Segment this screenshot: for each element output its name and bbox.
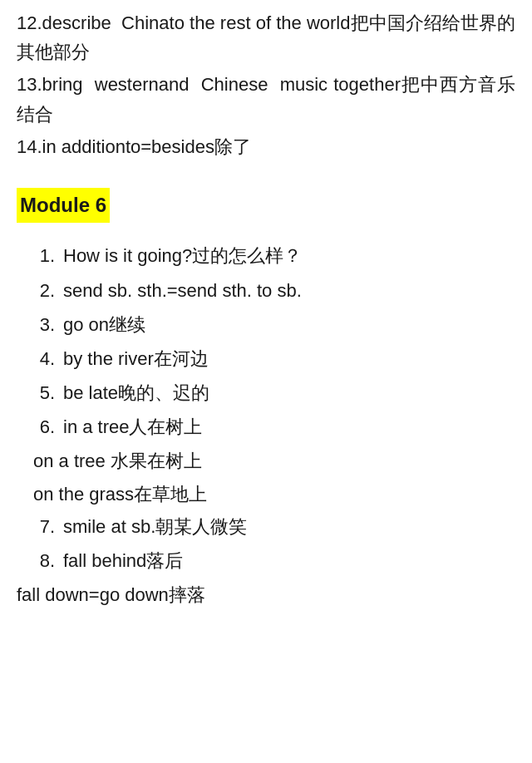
module-heading: Module 6 (17, 188, 110, 223)
item-13: 13.bring westernand Chinese music togeth… (17, 70, 515, 128)
list-number: 4. (33, 344, 63, 373)
module-list-2: 7. smile at sb.朝某人微笑 8. fall behind落后 (17, 512, 515, 575)
list-item: 8. fall behind落后 (17, 546, 515, 575)
list-number: 6. (33, 412, 63, 441)
list-item: 7. smile at sb.朝某人微笑 (17, 512, 515, 541)
list-content: in a tree人在树上 (63, 412, 515, 441)
list-content: be late晚的、迟的 (63, 378, 515, 407)
list-content: by the river在河边 (63, 344, 515, 373)
extra-text-1: on a tree 水果在树上 (33, 450, 202, 471)
list-number: 7. (33, 512, 63, 541)
list-number: 1. (33, 241, 63, 270)
final-line: fall down=go down摔落 (17, 580, 515, 609)
final-line-text: fall down=go down摔落 (17, 584, 205, 605)
extra-line-1: on a tree 水果在树上 (17, 446, 515, 475)
list-item: 4. by the river在河边 (17, 344, 515, 373)
item-14: 14.in additionto=besides除了 (17, 132, 515, 161)
item-14-text: 14.in additionto=besides除了 (17, 136, 251, 157)
module-heading-wrapper: Module 6 (17, 173, 515, 233)
list-content: smile at sb.朝某人微笑 (63, 512, 515, 541)
item-13-text: 13.bring westernand Chinese music togeth… (17, 74, 515, 124)
list-content: go on继续 (63, 310, 515, 339)
module-list-1: 1. How is it going?过的怎么样？ 2. send sb. st… (17, 241, 515, 441)
spacer-2 (17, 233, 515, 241)
item-12: 12.describe Chinato the rest of the worl… (17, 8, 515, 66)
spacer-1 (17, 165, 515, 173)
extra-text-2: on the grass在草地上 (33, 484, 207, 505)
item-12-text: 12.describe Chinato the rest of the worl… (17, 12, 515, 62)
list-item: 6. in a tree人在树上 (17, 412, 515, 441)
list-item: 3. go on继续 (17, 310, 515, 339)
list-item: 5. be late晚的、迟的 (17, 378, 515, 407)
list-number: 2. (33, 276, 63, 305)
list-number: 5. (33, 378, 63, 407)
list-item: 1. How is it going?过的怎么样？ (17, 241, 515, 270)
extra-line-2: on the grass在草地上 (17, 480, 515, 509)
list-number: 8. (33, 546, 63, 575)
list-item: 2. send sb. sth.=send sth. to sb. (17, 276, 515, 305)
list-number: 3. (33, 310, 63, 339)
list-content: send sb. sth.=send sth. to sb. (63, 276, 515, 305)
list-content: How is it going?过的怎么样？ (63, 241, 515, 270)
main-content: 12.describe Chinato the rest of the worl… (17, 8, 515, 609)
list-content: fall behind落后 (63, 546, 515, 575)
